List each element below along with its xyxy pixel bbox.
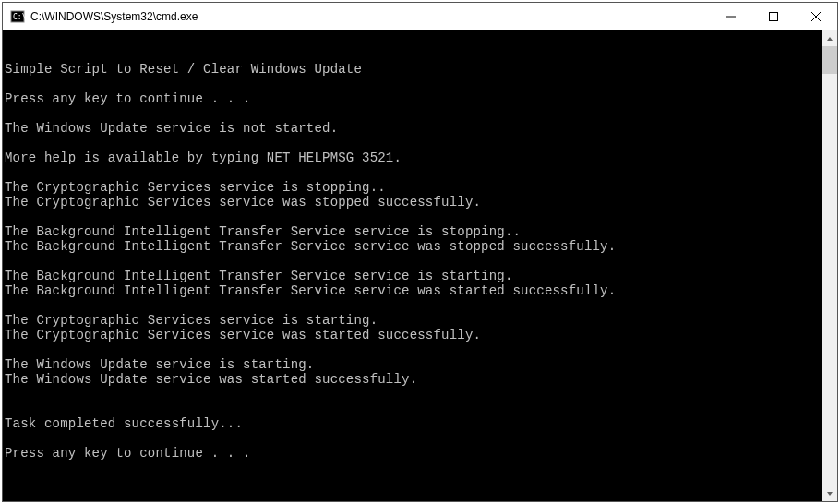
console-line: The Cryptographic Services service is st… (5, 180, 822, 195)
scrollbar-track[interactable] (822, 46, 837, 486)
console-line: The Windows Update service is starting. (5, 357, 822, 372)
console-line (5, 165, 822, 180)
console-line: Simple Script to Reset / Clear Windows U… (5, 62, 822, 77)
console-line: Press any key to continue . . . (5, 91, 822, 106)
console-line: The Cryptographic Services service is st… (5, 313, 822, 328)
console-line (5, 387, 822, 402)
console-line (5, 210, 822, 224)
cmd-icon: C:\ (10, 9, 25, 24)
svg-marker-7 (827, 492, 833, 496)
console-line: The Cryptographic Services service was s… (5, 328, 822, 342)
console-output: Simple Script to Reset / Clear Windows U… (5, 62, 837, 461)
console-line (5, 254, 822, 269)
console-line (5, 431, 822, 446)
scroll-down-button[interactable] (822, 486, 837, 501)
console-line (5, 106, 822, 121)
svg-marker-6 (827, 37, 833, 41)
console-area[interactable]: Simple Script to Reset / Clear Windows U… (3, 30, 837, 501)
console-line: Press any key to continue . . . (5, 446, 822, 461)
vertical-scrollbar[interactable] (822, 30, 837, 501)
console-line (5, 342, 822, 357)
console-line: The Windows Update service is not starte… (5, 121, 822, 136)
close-button[interactable] (795, 3, 837, 30)
console-line (5, 402, 822, 416)
console-line (5, 136, 822, 150)
window-title: C:\WINDOWS\System32\cmd.exe (30, 10, 710, 23)
console-line: The Background Intelligent Transfer Serv… (5, 269, 822, 283)
console-line: The Windows Update service was started s… (5, 372, 822, 387)
scroll-up-button[interactable] (822, 30, 837, 46)
scrollbar-thumb[interactable] (822, 46, 837, 74)
console-line: The Background Intelligent Transfer Serv… (5, 239, 822, 254)
console-line: More help is available by typing NET HEL… (5, 150, 822, 165)
svg-rect-3 (770, 12, 778, 20)
minimize-button[interactable] (710, 3, 752, 30)
console-line: The Cryptographic Services service was s… (5, 195, 822, 210)
cmd-window: C:\ C:\WINDOWS\System32\cmd.exe Simple S… (2, 2, 838, 502)
window-controls (710, 3, 837, 30)
console-line (5, 298, 822, 313)
console-line (5, 77, 822, 91)
console-line: The Background Intelligent Transfer Serv… (5, 224, 822, 239)
console-line: The Background Intelligent Transfer Serv… (5, 283, 822, 298)
titlebar[interactable]: C:\ C:\WINDOWS\System32\cmd.exe (3, 3, 837, 30)
maximize-button[interactable] (752, 3, 795, 30)
console-line: Task completed successfully... (5, 416, 822, 431)
svg-text:C:\: C:\ (13, 13, 25, 21)
